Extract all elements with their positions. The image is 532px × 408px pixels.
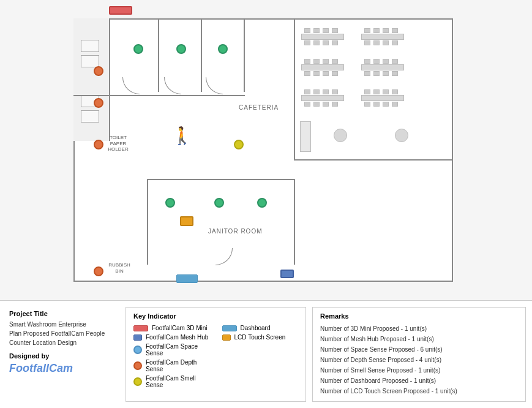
ki-lcd: LCD Touch Screen bbox=[222, 334, 299, 341]
locker-box bbox=[81, 110, 99, 123]
ki-3dmini-icon bbox=[133, 325, 148, 331]
cafe-chair bbox=[313, 28, 320, 33]
depth-sense-rubbish bbox=[94, 266, 103, 276]
cafe-chair bbox=[332, 89, 338, 94]
cafe-chair bbox=[364, 59, 370, 64]
cafe-divider bbox=[294, 18, 295, 159]
janitor-top bbox=[147, 179, 294, 180]
ki-meshhub-icon bbox=[133, 334, 142, 341]
cafe-chair bbox=[383, 102, 389, 107]
person-icon: 🚶 bbox=[171, 126, 193, 146]
ki-3dmini: FootfallCam 3D Mini bbox=[133, 325, 210, 331]
cafe-table bbox=[301, 64, 344, 70]
cafe-chair bbox=[392, 71, 398, 76]
depth-sense-tph bbox=[94, 140, 103, 149]
cafe-chair bbox=[392, 59, 398, 64]
cafe-chair bbox=[373, 59, 380, 64]
cafe-chair bbox=[364, 28, 370, 33]
project-title-value: Smart Washroom Enterprise Plan Proposed … bbox=[9, 320, 116, 347]
cafe-chair bbox=[332, 28, 338, 33]
ki-meshhub-label: FootfallCam Mesh Hub bbox=[146, 334, 208, 341]
ki-smellsense-label: FootfallCam Smell Sense bbox=[146, 375, 210, 388]
cafe-chair bbox=[383, 89, 389, 94]
remarks-items: Number of 3D Mini Proposed - 1 unit(s) N… bbox=[320, 323, 518, 396]
janitor-right bbox=[294, 179, 295, 265]
cafe-chair bbox=[392, 28, 398, 33]
brand-name: FootfallCam bbox=[9, 362, 116, 375]
cafe-chair bbox=[323, 89, 329, 94]
toilet-h-divider bbox=[73, 95, 245, 96]
ki-depthsense-label: FootfallCam Depth Sense bbox=[146, 359, 210, 372]
stall-divider-3 bbox=[244, 18, 245, 92]
cafe-table bbox=[301, 34, 344, 40]
space-sense-6 bbox=[257, 198, 267, 208]
space-sense-2 bbox=[176, 44, 186, 54]
cafe-chair bbox=[392, 40, 398, 45]
ki-dashboard-label: Dashboard bbox=[241, 325, 271, 331]
space-sense-3 bbox=[218, 44, 228, 54]
remark-2: Number of Mesh Hub Proposed - 1 unit(s) bbox=[320, 334, 518, 344]
cafe-chair bbox=[332, 71, 338, 76]
rect-fixture bbox=[300, 121, 311, 152]
remarks-panel: Remarks Number of 3D Mini Proposed - 1 u… bbox=[312, 307, 526, 402]
cafe-chair bbox=[364, 89, 370, 94]
cafe-chair bbox=[323, 71, 329, 76]
remark-1: Number of 3D Mini Proposed - 1 unit(s) bbox=[320, 323, 518, 334]
janitor-room-label: JANITOR ROOM bbox=[208, 228, 262, 235]
cafe-chair bbox=[304, 71, 310, 76]
cafe-chair bbox=[373, 40, 380, 45]
cafe-chair bbox=[364, 102, 370, 107]
remark-5: Number of Smell Sense Proposed - 1 unit(… bbox=[320, 365, 518, 376]
cafe-chair bbox=[373, 89, 380, 94]
round-table bbox=[334, 129, 347, 142]
remark-7: Number of LCD Touch Screen Proposed - 1 … bbox=[320, 386, 518, 396]
cafe-chair bbox=[332, 40, 338, 45]
cafe-chair bbox=[313, 59, 320, 64]
ki-depthsense-icon bbox=[133, 361, 142, 370]
cafe-chair bbox=[383, 59, 389, 64]
ki-dashboard-icon bbox=[222, 325, 237, 331]
cafe-chair bbox=[313, 40, 320, 45]
cafe-chair bbox=[332, 102, 338, 107]
tph-label: TOILET PAPERHOLDER bbox=[103, 135, 133, 153]
ki-spacesense-icon bbox=[133, 346, 142, 354]
floorplan-area: JANITOR ROOM CAFETERIA bbox=[0, 0, 532, 300]
ki-smellsense: FootfallCam Smell Sense bbox=[133, 375, 210, 388]
depth-sense-2 bbox=[94, 98, 103, 108]
cafe-chair bbox=[383, 40, 389, 45]
lcd-touch-screen bbox=[180, 216, 193, 226]
ki-spacesense: FootfallCam Space Sense bbox=[133, 343, 210, 357]
cafe-chair bbox=[304, 102, 310, 107]
ki-spacesense-label: FootfallCam Space Sense bbox=[146, 343, 210, 357]
cafe-chair bbox=[364, 40, 370, 45]
dashboard-display bbox=[176, 274, 198, 283]
project-title-label: Project Title bbox=[9, 310, 116, 317]
cafe-chair bbox=[304, 28, 310, 33]
cafe-chair bbox=[304, 40, 310, 45]
mesh-hub bbox=[280, 270, 294, 278]
cafe-chair bbox=[383, 28, 389, 33]
ki-lcd-icon bbox=[222, 334, 231, 341]
ki-smellsense-icon bbox=[133, 377, 142, 386]
cafe-table bbox=[361, 64, 404, 70]
project-info: Project Title Smart Washroom Enterprise … bbox=[6, 307, 119, 402]
cafe-chair bbox=[373, 28, 380, 33]
remarks-title: Remarks bbox=[320, 312, 518, 320]
cafe-table bbox=[361, 95, 404, 101]
janitor-left bbox=[147, 179, 148, 265]
cafe-chair bbox=[332, 59, 338, 64]
cafe-bottom bbox=[294, 159, 453, 161]
cafe-chair bbox=[313, 89, 320, 94]
round-table bbox=[395, 129, 408, 142]
ki-meshhub: FootfallCam Mesh Hub bbox=[133, 334, 210, 341]
cafe-chair bbox=[323, 40, 329, 45]
cafeteria-label: CAFETERIA bbox=[239, 104, 279, 111]
cafe-chair bbox=[373, 102, 380, 107]
cafe-chair bbox=[323, 28, 329, 33]
ki-depthsense: FootfallCam Depth Sense bbox=[133, 359, 210, 372]
cafe-chair bbox=[304, 59, 310, 64]
key-indicator-panel: Key Indicator FootfallCam 3D Mini Dashbo… bbox=[126, 307, 306, 402]
3d-mini-sensor bbox=[109, 6, 132, 15]
cafe-chair bbox=[313, 102, 320, 107]
smell-sense-1 bbox=[234, 140, 244, 149]
